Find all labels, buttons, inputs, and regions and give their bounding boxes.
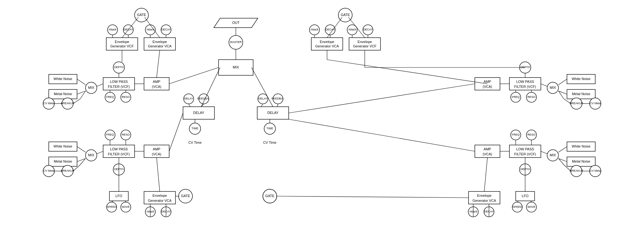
feedback-label-right: FEEDBA.. — [271, 97, 284, 100]
svg-line-24 — [97, 151, 103, 154]
env-vca-label2-bl: Generator VCA — [148, 199, 172, 202]
depth-label-tl: DEPTH — [114, 66, 124, 69]
svg-line-50 — [564, 99, 571, 104]
svg-line-47 — [558, 79, 567, 85]
svg-line-73 — [541, 151, 547, 154]
freq-label-tl: FREQ — [106, 95, 114, 99]
white-noise-label-bl: White Noise — [53, 144, 72, 148]
svg-line-86 — [289, 119, 475, 151]
metal-noise-label-bl: Metal Noise — [54, 159, 72, 163]
time-label-right: TIME — [266, 127, 273, 130]
decay-label-env-vcf-tr: DECAY — [363, 28, 373, 31]
white-noise-label-tr: White Noise — [572, 77, 590, 81]
wave-label-bl: WAVE — [122, 205, 130, 208]
gate-circle-br2: GATE — [265, 194, 274, 198]
freq-label-bl: FREQ — [106, 133, 114, 136]
env-vca-label2-tl: Generator VCA — [148, 44, 172, 48]
svg-line-39 — [201, 67, 220, 107]
delay-knob-right-label: DELAY — [258, 97, 268, 100]
lpf-vcf-label2-br: FILTER (VCF) — [514, 152, 536, 156]
breakup-label-tl: BREAKUP — [61, 102, 74, 105]
metal-noise-label-tl: Metal Noise — [54, 92, 72, 96]
svg-line-45 — [261, 104, 263, 107]
cv-meta-label-br: CV Meta — [590, 169, 601, 172]
lpf-vcf-label1-br: LOW PASS — [516, 147, 534, 151]
depth-label-tr: DEPTH — [520, 66, 530, 69]
amp-vca-label2-tr: (VCA) — [483, 85, 492, 89]
attack-label-env-vcf-tr: Attack — [348, 28, 356, 31]
attack-label-env-vca-tr: Attack — [310, 28, 319, 31]
env-vca-label1-tr: Envelope — [320, 40, 334, 44]
delay-right-label: DELAY — [267, 111, 279, 115]
amp-vca-label1-br: AMP — [484, 147, 491, 151]
mix-label-bl: MIX — [88, 153, 94, 157]
freq-label-br: FREQ — [512, 133, 519, 136]
delay-left-label: DELAY — [193, 111, 204, 115]
env-vcf-label1-tl: Envelope — [115, 40, 129, 44]
master-label: MASTER — [230, 40, 242, 44]
svg-line-52 — [541, 84, 547, 86]
svg-line-57 — [289, 84, 475, 113]
svg-line-0 — [77, 79, 86, 85]
lpf-vcf-label2-bl: FILTER (VCF) — [108, 152, 130, 156]
mix-label-br: MIX — [550, 153, 556, 157]
env-vcf-label2-tr: Generator VCF — [353, 44, 377, 48]
lpf-vcf-label2-tl: FILTER (VCF) — [108, 85, 130, 89]
speed-label-bl: SPEED — [107, 205, 117, 208]
mix-label-tl: MIX — [88, 86, 94, 89]
breakup-label-br: BREAKUP — [569, 169, 583, 172]
svg-line-30 — [157, 158, 160, 191]
env-vca-label1-bl: Envelope — [153, 194, 167, 197]
svg-line-19 — [77, 147, 86, 152]
svg-line-13 — [157, 50, 160, 78]
breakup-label-tr: BREAKUP — [569, 102, 583, 105]
cv-meta-label-tl: CV Meta — [43, 102, 54, 105]
breakup-label-bl: BREAKUP — [61, 169, 74, 172]
reso-label-br: RESO — [527, 133, 536, 136]
feedback-label-left: FEEDBA.. — [197, 97, 210, 100]
lpf-vcf-label1-tr: LOW PASS — [516, 80, 534, 83]
svg-line-3 — [73, 99, 80, 104]
lpf-vcf-label1-bl: LOW PASS — [110, 147, 128, 151]
out-label: OUT — [232, 21, 240, 24]
lpf-vcf-label2-tr: FILTER (VCF) — [514, 85, 536, 89]
white-noise-label-tl: White Noise — [53, 77, 72, 81]
lpf-vcf-label1-tl: LOW PASS — [110, 80, 128, 83]
svg-line-81 — [277, 196, 469, 198]
signal-flow-diagram: White Noise Metal Noise CV Meta BREAKUP … — [0, 0, 644, 247]
amp-vca-label2-br: (VCA) — [483, 152, 492, 156]
env-vca-label2-br: Generator VCA — [472, 199, 496, 202]
delay-knob-left-label: DELAY — [184, 97, 193, 100]
svg-line-5 — [97, 84, 103, 86]
cv-meta-label-bl: CV Meta — [43, 169, 54, 172]
reso-label-bl: RESO — [122, 133, 130, 136]
mix-label-tr: MIX — [550, 86, 556, 89]
env-vcf-label2-tl: Generator VCF — [110, 44, 134, 48]
env-vcf-label1-tr: Envelope — [358, 40, 372, 44]
svg-line-36 — [169, 113, 183, 151]
reso-label-tl: RESO — [122, 95, 130, 99]
env-vca-label1-tl: Envelope — [153, 40, 167, 44]
mix-center-label: MIX — [233, 65, 239, 69]
svg-line-79 — [484, 158, 487, 191]
wave-label-br: WAVE — [527, 205, 536, 208]
amp-vca-label1-tl: AMP — [153, 80, 160, 83]
amp-vca-label1-tr: AMP — [484, 80, 491, 83]
amp-vca-label2-bl: (VCA) — [152, 152, 161, 156]
amp-vca-label1-bl: AMP — [153, 147, 160, 151]
gate-label-tl: GATE — [137, 13, 146, 17]
svg-line-65 — [327, 60, 487, 84]
svg-line-43 — [189, 104, 190, 107]
metal-noise-label-br: Metal Noise — [572, 159, 590, 163]
metal-noise-label-tr: Metal Noise — [572, 92, 590, 96]
svg-line-16 — [169, 67, 219, 84]
freq-label-tr: FREQ — [512, 95, 519, 99]
cv-time-right-label: CV Time — [263, 141, 276, 144]
gate-label-bl: GATE — [181, 194, 190, 198]
reso-label-tr: RESO — [527, 95, 536, 99]
cv-time-left-label: CV Time — [188, 141, 202, 144]
attack-label-env-vcf-tl: Attack — [108, 28, 117, 31]
speed-label-br: SPEED — [513, 205, 522, 208]
time-label-left: TIME — [192, 127, 198, 130]
decay-label-env-vca-tl: DECAY — [161, 28, 171, 31]
